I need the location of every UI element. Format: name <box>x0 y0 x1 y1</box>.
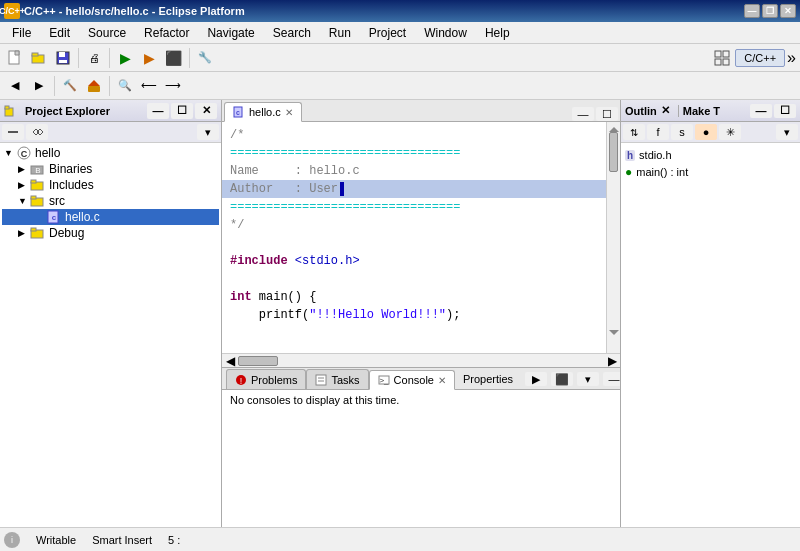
outline-close-button[interactable]: ✕ <box>661 104 670 117</box>
make-tab[interactable]: Make T <box>678 105 720 117</box>
save-button[interactable] <box>52 47 74 69</box>
outline-hide-static-button[interactable]: s <box>671 124 693 140</box>
outline-menu-button[interactable]: ▾ <box>776 124 798 140</box>
tree-item-src[interactable]: ▼ src <box>2 193 219 209</box>
outline-header-icon: h <box>625 150 635 161</box>
print-button[interactable]: 🖨 <box>83 47 105 69</box>
console-open-button[interactable]: ▶ <box>525 372 547 386</box>
code-line-2: ================================ <box>230 144 598 162</box>
menu-run[interactable]: Run <box>321 24 359 42</box>
menu-source[interactable]: Source <box>80 24 134 42</box>
scroll-thumb-horizontal[interactable] <box>238 356 278 366</box>
tab-console-close[interactable]: ✕ <box>438 375 446 386</box>
svg-rect-21 <box>31 180 36 183</box>
svg-text:⇅: ⇅ <box>630 127 638 138</box>
ext-tools-button[interactable]: 🔧 <box>194 47 216 69</box>
tree-label-src: src <box>49 194 65 208</box>
scroll-down-button[interactable] <box>607 325 620 339</box>
tree-item-debug[interactable]: ▶ Debug <box>2 225 219 241</box>
console-nav-button[interactable]: ⬛ <box>551 372 573 386</box>
scroll-thumb-vertical[interactable] <box>609 132 618 172</box>
pe-close-button[interactable]: ✕ <box>195 103 217 119</box>
scroll-right-button[interactable]: ▶ <box>608 354 616 368</box>
minimize-button[interactable]: — <box>744 4 760 18</box>
forward-button[interactable]: ⟶ <box>162 75 184 97</box>
pe-link-button[interactable] <box>26 124 48 140</box>
views-button[interactable] <box>711 47 733 69</box>
outline-sort-button[interactable]: ⇅ <box>623 124 645 140</box>
editor-maximize-button[interactable]: ☐ <box>596 107 618 121</box>
editor-minimize-button[interactable]: — <box>572 107 594 121</box>
status-icon: i <box>4 532 20 548</box>
pe-menu-button[interactable]: ▾ <box>197 124 219 140</box>
tab-properties-label: Properties <box>463 373 513 385</box>
tree-label-includes: Includes <box>49 178 94 192</box>
outline-hide-fields-button[interactable]: f <box>647 124 669 140</box>
bottom-tabs: ! Problems Tasks >_ Console ✕ Properties <box>222 368 620 390</box>
tab-properties[interactable]: Properties <box>455 369 521 389</box>
tab-hello-c[interactable]: c hello.c ✕ <box>224 102 302 122</box>
menu-file[interactable]: File <box>4 24 39 42</box>
tab-tasks[interactable]: Tasks <box>306 369 368 389</box>
pe-maximize-button[interactable]: ☐ <box>171 103 193 119</box>
outline-header: Outlin ✕ Make T — ☐ <box>621 100 800 122</box>
code-editor[interactable]: /* ================================ Name… <box>222 122 606 353</box>
menu-window[interactable]: Window <box>416 24 475 42</box>
prev-edit-button[interactable]: ◀ <box>4 75 26 97</box>
tab-hello-c-close[interactable]: ✕ <box>285 107 293 118</box>
toolbar2-sep2 <box>109 76 110 96</box>
tab-console[interactable]: >_ Console ✕ <box>369 370 455 390</box>
tab-problems[interactable]: ! Problems <box>226 369 306 389</box>
editor-tabs: c hello.c ✕ — ☐ <box>222 100 620 122</box>
back-button[interactable]: ⟵ <box>138 75 160 97</box>
outline-maximize-button[interactable]: ☐ <box>774 104 796 118</box>
includes-arrow: ▶ <box>18 180 30 190</box>
menu-search[interactable]: Search <box>265 24 319 42</box>
tree-item-hello-c[interactable]: ▶ c hello.c <box>2 209 219 225</box>
menu-edit[interactable]: Edit <box>41 24 78 42</box>
titlebar-buttons[interactable]: — ❐ ✕ <box>744 4 796 18</box>
perspectives-more-button[interactable]: » <box>787 49 796 67</box>
pe-collapse-button[interactable] <box>2 124 24 140</box>
editor-content[interactable]: /* ================================ Name… <box>222 122 620 353</box>
outline-title: Outlin <box>625 105 657 117</box>
svg-rect-23 <box>31 196 36 199</box>
tree-item-binaries[interactable]: ▶ B Binaries <box>2 161 219 177</box>
build-last-button[interactable] <box>83 75 105 97</box>
scroll-up-button[interactable] <box>607 122 620 130</box>
code-line-6: */ <box>230 216 598 234</box>
menu-help[interactable]: Help <box>477 24 518 42</box>
hello-arrow: ▼ <box>4 148 16 158</box>
tree-label-binaries: Binaries <box>49 162 92 176</box>
editor-hscrollbar[interactable]: ◀ ▶ <box>222 353 620 367</box>
tree-item-hello[interactable]: ▼ C hello <box>2 145 219 161</box>
cpp-perspective-button[interactable]: C/C++ <box>735 49 785 67</box>
tree-item-includes[interactable]: ▶ Includes <box>2 177 219 193</box>
console-down-button[interactable]: ▾ <box>577 372 599 386</box>
editor-scrollbar[interactable] <box>606 122 620 353</box>
debug-button[interactable]: ▶ <box>138 47 160 69</box>
outline-active-button[interactable]: ● <box>695 124 717 140</box>
build-button[interactable]: 🔨 <box>59 75 81 97</box>
outline-item-stdio[interactable]: h stdio.h <box>625 147 796 163</box>
menu-project[interactable]: Project <box>361 24 414 42</box>
search-button[interactable]: 🔍 <box>114 75 136 97</box>
restore-button[interactable]: ❐ <box>762 4 778 18</box>
svg-text:B: B <box>35 166 40 175</box>
close-button[interactable]: ✕ <box>780 4 796 18</box>
editor-column: c hello.c ✕ — ☐ /* =====================… <box>222 100 620 527</box>
outline-item-main[interactable]: ● main() : int <box>625 163 796 181</box>
outline-minimize-button[interactable]: — <box>750 104 772 118</box>
next-edit-button[interactable]: ▶ <box>28 75 50 97</box>
status-position: 5 : <box>168 534 180 546</box>
outline-settings-button[interactable]: ✳ <box>719 124 741 140</box>
new-button[interactable] <box>4 47 26 69</box>
scroll-left-button[interactable]: ◀ <box>226 354 234 368</box>
open-button[interactable] <box>28 47 50 69</box>
svg-text:c: c <box>52 213 57 222</box>
menu-navigate[interactable]: Navigate <box>199 24 262 42</box>
run-button[interactable]: ▶ <box>114 47 136 69</box>
menu-refactor[interactable]: Refactor <box>136 24 197 42</box>
stop-button[interactable]: ⬛ <box>162 47 185 69</box>
pe-minimize-button[interactable]: — <box>147 103 169 119</box>
